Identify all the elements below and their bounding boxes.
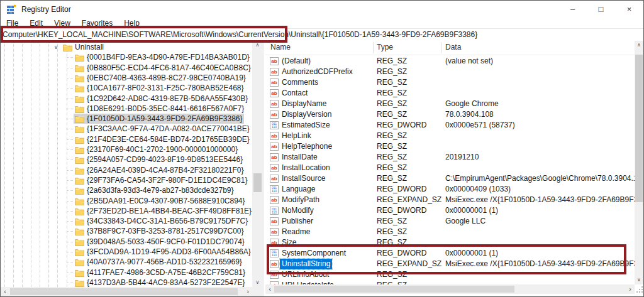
tree-item[interactable]: {1C92D642-AD8C-4319-8E7B-5D6AA55F430B} [1, 94, 252, 104]
value-name: InstallDate [282, 152, 318, 163]
menu-item-view[interactable]: View [48, 18, 76, 28]
scroll-up-icon[interactable]: ∧ [252, 41, 263, 50]
column-header-type[interactable]: Type [377, 43, 393, 51]
value-data: C:\EmpirumAgent\Packages\Google\Chrome\7… [445, 173, 635, 184]
column-header-name[interactable]: Name [270, 43, 291, 51]
value-row-DisplayName[interactable]: abDisplayNameREG_SZGoogle Chrome [265, 99, 635, 109]
scrollbar-thumb[interactable] [635, 55, 643, 202]
tree-item-label: {1F3C3AAC-9F7A-47DA-A082-0ACE770041BE} [87, 124, 250, 134]
tree-item-label: {34C33843-D4CC-31A1-B656-B79C9175DF7C} [87, 216, 248, 226]
scroll-left-icon[interactable]: ‹ [265, 284, 274, 294]
column-divider[interactable] [441, 42, 441, 53]
close-button[interactable]: × [615, 1, 643, 18]
column-header-data[interactable]: Data [445, 43, 461, 51]
chevron-down-icon[interactable]: ∨ [52, 42, 60, 52]
menu-item-help[interactable]: Help [118, 18, 145, 28]
scroll-down-icon[interactable]: ∨ [252, 278, 263, 287]
value-data: 0x00000001 (1) [445, 248, 498, 259]
menu-item-file[interactable]: File [1, 18, 24, 28]
scrollbar-thumb[interactable] [253, 173, 262, 192]
string-value-icon: ab [270, 164, 279, 172]
tree-item[interactable]: {0EBC740B-4363-489B-8C27-98CE0740BA19} [1, 73, 252, 83]
tree-item[interactable]: {10CA1677-8F02-3131-F25C-780BAB52E468} [1, 83, 252, 93]
value-row-Contact[interactable]: abContactREG_SZ [265, 88, 635, 99]
value-row-Publisher[interactable]: abPublisherREG_SZGoogle LLC [265, 216, 635, 227]
value-row-Comments[interactable]: abCommentsREG_SZ [265, 77, 635, 88]
value-row-NoModify[interactable]: 011 110NoModifyREG_DWORD0x00000001 (1) [265, 205, 635, 216]
value-name: Contact [282, 88, 308, 99]
tree-item[interactable]: {37B8F9C7-03FB-3253-8781-2517C99D7C00} [1, 226, 252, 236]
value-row-AuthorizedCDFPrefix[interactable]: abAuthorizedCDFPrefixREG_SZ [265, 67, 635, 77]
column-divider[interactable] [373, 42, 374, 53]
tree-item[interactable]: {1D8E6291-B0D5-35EC-8441-6616F567A0F7} [1, 104, 252, 114]
tree-item-label: {0B880F5C-ECD4-4FC6-81A7-46C40ECA0B8C} [87, 63, 251, 73]
tree-item[interactable]: {2F73ED2D-BE1A-4BB4-BEAC-3FF49D8FF81E} [1, 206, 252, 216]
value-row-InstallLocation[interactable]: abInstallLocationREG_SZ [265, 163, 635, 173]
value-row-Language[interactable]: 011 110LanguageREG_DWORD0x00000409 (1033… [265, 184, 635, 195]
tree-item[interactable]: {23170F69-40C1-2702-1900-000001000000} [1, 144, 252, 154]
registry-editor-window: Registry Editor – □ × FileEditViewFavori… [0, 0, 644, 297]
tree-item[interactable]: {4137D3AB-5B44-4AC9-83A4-5273F2E2547E} [1, 278, 252, 287]
tree-item[interactable]: {2B5DAA91-E0C9-4307-90B7-5688E910C894} [1, 196, 252, 206]
folder-icon [75, 227, 84, 235]
scroll-right-icon[interactable]: › [243, 287, 252, 296]
tree-item[interactable]: {34C33843-D4CC-31A1-B656-B79C9175DF7C} [1, 216, 252, 226]
value-row-ModifyPath[interactable]: abModifyPathREG_EXPAND_SZMsiExec.exe /X{… [265, 195, 635, 205]
tree-item[interactable]: {2594A057-CD99-4023-8F19-9D8513EE5446} [1, 154, 252, 165]
values-horizontal-scrollbar[interactable]: ‹ › [265, 284, 635, 294]
address-bar[interactable]: Computer\HKEY_LOCAL_MACHINE\SOFTWARE\Mic… [1, 28, 643, 42]
tree-item[interactable]: {1F01050D-1A59-3443-9FD9-2FA69B9F3386} [1, 114, 252, 124]
tree-vertical-scrollbar[interactable]: ∧ ∨ [252, 41, 263, 287]
value-type: REG_SZ [377, 227, 407, 237]
value-row-UninstallString[interactable]: abUninstallStringREG_EXPAND_SZMsiExec.ex… [265, 259, 635, 269]
folder-icon [75, 207, 84, 215]
scrollbar-thumb[interactable] [10, 288, 238, 295]
tree-item[interactable]: {0B880F5C-ECD4-4FC6-81A7-46C40ECA0B8C} [1, 63, 252, 73]
minimize-button[interactable]: – [558, 1, 587, 18]
value-row-InstallDate[interactable]: abInstallDateREG_SZ20191210 [265, 152, 635, 163]
menu-item-edit[interactable]: Edit [24, 18, 48, 28]
tree-item[interactable]: {26A24AE4-039D-4CA4-87B4-2F32180221F0} [1, 165, 252, 175]
tree-item[interactable]: {2a63d3fa-93d3-4e79-ab27-b83dcde327b9} [1, 185, 252, 195]
folder-icon [75, 84, 84, 92]
tree-item[interactable]: {4117FAE7-4986-3C5D-A75E-46B2CF759C81} [1, 267, 252, 278]
tree-horizontal-scrollbar[interactable]: ‹ › [1, 287, 252, 296]
value-row-HelpTelephone[interactable]: abHelpTelephoneREG_SZ [265, 141, 635, 152]
value-row-Size[interactable]: abSizeREG_SZ [265, 237, 635, 248]
folder-icon [75, 115, 84, 123]
value-row-Default[interactable]: ab(Default)REG_SZ(value not set) [265, 56, 635, 67]
value-row-URLInfoAbout[interactable]: abURLInfoAboutREG_SZ [265, 269, 635, 280]
value-name: Publisher [282, 216, 313, 227]
scrollbar-thumb[interactable] [274, 286, 514, 293]
tree-item[interactable]: {39D048A5-5033-450F-9CF0-F01D1DC79074} [1, 237, 252, 247]
value-row-InstallSource[interactable]: abInstallSourceREG_SZC:\EmpirumAgent\Pac… [265, 173, 635, 184]
tree-item[interactable]: {3FCDAD9A-1D19-4F95-ADD3-6F00AA54B86A} [1, 247, 252, 257]
scroll-down-icon[interactable]: ∨ [635, 276, 643, 284]
tree-item[interactable]: {40A0737A-9077-456B-AD1D-532232165969} [1, 257, 252, 267]
tree-item[interactable]: {29F73FA6-CA54-3F2F-980F-D1E1DC4E9C81} [1, 175, 252, 185]
scroll-up-icon[interactable]: ∧ [635, 41, 643, 50]
value-row-URLUpdateInfo[interactable]: abURLUpdateInfoREG_SZ [265, 280, 635, 284]
tree-item[interactable]: {1F3C3AAC-9F7A-47DA-A082-0ACE770041BE} [1, 124, 252, 134]
tree-item-label: {10CA1677-8F02-3131-F25C-780BAB52E468} [87, 83, 244, 93]
value-name: AuthorizedCDFPrefix [282, 67, 353, 77]
value-row-SystemComponent[interactable]: 011 110SystemComponentREG_DWORD0x0000000… [265, 248, 635, 259]
value-type: REG_DWORD [377, 205, 426, 216]
scroll-right-icon[interactable]: › [626, 284, 635, 294]
tree-item[interactable]: {0001B4FD-9EA3-4D90-A79E-FD14BA3AB01D} [1, 52, 252, 62]
value-row-HelpLink[interactable]: abHelpLinkREG_SZ [265, 131, 635, 141]
tree-item-label: {2594A057-CD99-4023-8F19-9D8513EE5446} [87, 154, 243, 165]
values-vertical-scrollbar[interactable]: ∧ ∨ [635, 41, 643, 284]
value-name: SystemComponent [282, 248, 346, 259]
menu-item-favorites[interactable]: Favorites [76, 18, 118, 28]
tree-item-uninstall[interactable]: ∨Uninstall [1, 42, 252, 52]
value-row-Readme[interactable]: abReadmeREG_SZ [265, 227, 635, 237]
value-name: ModifyPath [282, 195, 319, 205]
scroll-left-icon[interactable]: ‹ [1, 287, 9, 296]
value-row-EstimatedSize[interactable]: 011 110EstimatedSizeREG_DWORD0x0000e571 … [265, 120, 635, 131]
resize-grip[interactable] [636, 286, 643, 293]
maximize-button[interactable]: □ [587, 1, 615, 18]
tree-item[interactable]: {21F4DE3E-CE64-584E-BD74-2D1765EB39DE} [1, 134, 252, 144]
value-row-DisplayVersion[interactable]: abDisplayVersionREG_SZ78.0.3904.108 [265, 109, 635, 120]
value-data: MsiExec.exe /X{1F01050D-1A59-3443-9FD9-2… [445, 195, 635, 205]
